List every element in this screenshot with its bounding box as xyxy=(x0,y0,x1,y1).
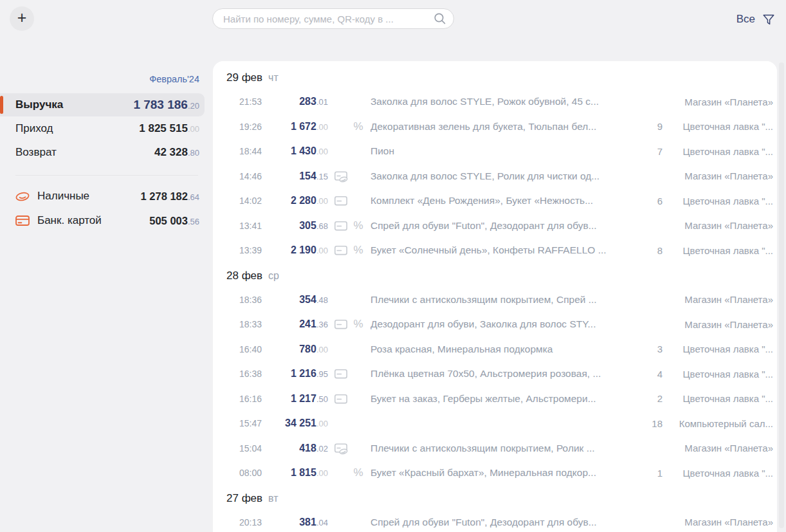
bank-card-icon xyxy=(14,212,31,229)
receipt-row[interactable]: 18:33 241.36 % Дезодорант для обуви, Зак… xyxy=(226,312,773,337)
payment-method-slot xyxy=(333,292,349,307)
receipt-row[interactable]: 16:38 1 216.95 Плёнка цветная 70х50, Аль… xyxy=(226,362,773,387)
card-payment-icon xyxy=(333,316,349,332)
discount-percent-icon: % xyxy=(352,120,364,133)
store-name: Цветочная лавка "... xyxy=(670,245,773,256)
receipt-row[interactable]: 21:53 283.01 Заколка для волос STYLE, Ро… xyxy=(226,89,773,115)
receipt-amount: 241.36 xyxy=(266,318,328,330)
search-box[interactable] xyxy=(212,8,454,29)
receipt-row[interactable]: 14:46 154.15 Заколка для волос STYLE, Ро… xyxy=(226,164,773,189)
payment-method-slot xyxy=(333,119,349,134)
group-date: 28 фев xyxy=(226,270,262,282)
receipt-row[interactable]: 13:39 2 190.00 % Букет «Солнечный день»,… xyxy=(226,238,773,263)
receipt-amount: 2 280.00 xyxy=(266,195,328,206)
scrollbar[interactable] xyxy=(779,62,784,528)
receipt-amount: 154.15 xyxy=(266,170,328,182)
receipt-time: 16:16 xyxy=(239,394,266,404)
receipt-description: Дезодорант для обуви, Заколка для волос … xyxy=(370,318,646,330)
store-name: Магазин «Планета» xyxy=(670,517,773,527)
payment-method-slot xyxy=(333,218,349,234)
metric-refund-label: Возврат xyxy=(15,146,57,159)
filter-control[interactable]: Все xyxy=(736,11,776,28)
search-input[interactable] xyxy=(222,13,433,25)
store-name: Магазин «Планета» xyxy=(670,220,773,231)
mixed-payment-icon xyxy=(333,441,349,456)
receipt-description: Спрей для обуви "Futon", Дезодорант для … xyxy=(370,220,646,232)
receipt-number: 4 xyxy=(646,369,663,380)
receipt-amount: 2 190.00 xyxy=(266,244,328,256)
receipt-description: Заколка для волос STYLE, Ролик для чистк… xyxy=(370,170,646,182)
receipt-row[interactable]: 20:13 381.04 Спрей для обуви "Futon", Де… xyxy=(226,510,773,532)
store-name: Магазин «Планета» xyxy=(670,170,773,181)
cash-coin-icon xyxy=(14,188,31,205)
receipt-time: 13:41 xyxy=(239,221,266,231)
receipt-amount: 381.04 xyxy=(266,517,328,528)
receipt-row[interactable]: 15:47 34 251.00 18 Компьютерный сал... xyxy=(226,411,773,436)
receipt-row[interactable]: 08:00 1 815.00 % Букет «Красный бархат»,… xyxy=(226,461,773,486)
store-name: Магазин «Планета» xyxy=(670,443,773,454)
day-group-header: 27 фев вт xyxy=(226,492,773,510)
metric-income[interactable]: Приход 1 825 515.00 xyxy=(0,117,205,140)
mixed-payment-icon xyxy=(333,169,349,184)
payment-card-value: 505 003.56 xyxy=(149,215,199,227)
metric-income-label: Приход xyxy=(15,122,53,135)
receipt-row[interactable]: 16:40 780.00 Роза красная, Минеральная п… xyxy=(226,337,773,362)
store-name: Магазин «Планета» xyxy=(670,319,773,330)
store-name: Цветочная лавка "... xyxy=(670,146,773,157)
receipt-amount: 1 430.00 xyxy=(266,145,328,157)
receipt-amount: 1 815.00 xyxy=(266,467,328,479)
payment-method-slot xyxy=(333,465,349,481)
payment-card-label: Банк. картой xyxy=(37,214,102,227)
receipt-time: 15:47 xyxy=(239,418,266,428)
receipt-row[interactable]: 15:04 418.02 Плечики с антискользящим по… xyxy=(226,436,773,461)
receipt-amount: 305.68 xyxy=(266,220,328,232)
store-name: Цветочная лавка "... xyxy=(670,369,773,380)
card-payment-icon xyxy=(333,193,349,208)
filter-funnel-icon[interactable] xyxy=(762,12,776,26)
receipt-time: 20:13 xyxy=(239,517,266,527)
group-date: 29 фев xyxy=(226,71,262,84)
discount-percent-icon: % xyxy=(352,244,364,257)
receipt-number: 9 xyxy=(646,121,663,132)
add-receipt-button[interactable]: + xyxy=(10,6,34,31)
receipt-row[interactable]: 19:26 1 672.00 % Декоративная зелень для… xyxy=(226,115,773,140)
receipt-amount: 34 251.00 xyxy=(266,417,328,429)
receipt-time: 18:36 xyxy=(239,295,266,305)
payment-method-slot xyxy=(333,366,349,381)
receipt-row[interactable]: 16:16 1 217.50 Букет на заказ, Герберы ж… xyxy=(226,387,773,412)
discount-percent-icon: % xyxy=(352,219,364,232)
payment-card-row[interactable]: Банк. картой 505 003.56 xyxy=(0,208,205,233)
payment-method-slot xyxy=(333,94,349,109)
period-label[interactable]: Февраль'24 xyxy=(0,61,205,93)
store-name: Цветочная лавка "... xyxy=(670,468,773,479)
receipt-amount: 1 216.95 xyxy=(266,368,328,380)
receipt-time: 21:53 xyxy=(239,96,266,107)
discount-percent-icon: % xyxy=(352,318,364,331)
receipt-description: Заколка для волос STYLE, Рожок обувной, … xyxy=(370,96,646,107)
filter-all-label[interactable]: Все xyxy=(736,13,755,26)
receipt-amount: 1 672.00 xyxy=(266,121,328,133)
payment-method-slot xyxy=(333,169,349,184)
payment-cash-row[interactable]: Наличные 1 278 182.64 xyxy=(0,184,205,208)
metric-revenue[interactable]: Выручка 1 783 186.20 xyxy=(0,93,205,116)
payment-method-slot xyxy=(333,243,349,258)
receipt-description: Спрей для обуви "Futon", Дезодорант для … xyxy=(370,517,646,528)
store-name: Магазин «Планета» xyxy=(670,294,773,305)
metric-revenue-label: Выручка xyxy=(15,98,63,111)
receipt-row[interactable]: 14:02 2 280.00 Комплект «День Рождения»,… xyxy=(226,188,773,214)
payment-method-slot xyxy=(333,316,349,332)
receipt-amount: 780.00 xyxy=(266,344,328,355)
receipt-number: 18 xyxy=(646,418,663,429)
receipt-row[interactable]: 18:36 354.48 Плечики с антискользящим по… xyxy=(226,288,773,313)
metric-refund[interactable]: Возврат 42 328.80 xyxy=(0,141,205,164)
receipt-amount: 283.01 xyxy=(266,96,328,107)
receipt-description: Декоративная зелень для букета, Тюльпан … xyxy=(370,121,646,133)
receipt-description: Плечики с антискользящим покрытием, Спре… xyxy=(370,294,646,306)
card-payment-icon xyxy=(333,218,349,234)
receipt-row[interactable]: 18:44 1 430.00 Пион 7 Цветочная лавка ".… xyxy=(226,139,773,164)
receipt-row[interactable]: 13:41 305.68 % Спрей для обуви "Futon", … xyxy=(226,214,773,239)
store-name: Цветочная лавка "... xyxy=(670,121,773,132)
receipt-number: 7 xyxy=(646,146,663,157)
receipt-number: 3 xyxy=(646,344,663,354)
receipt-description: Пион xyxy=(370,145,646,157)
